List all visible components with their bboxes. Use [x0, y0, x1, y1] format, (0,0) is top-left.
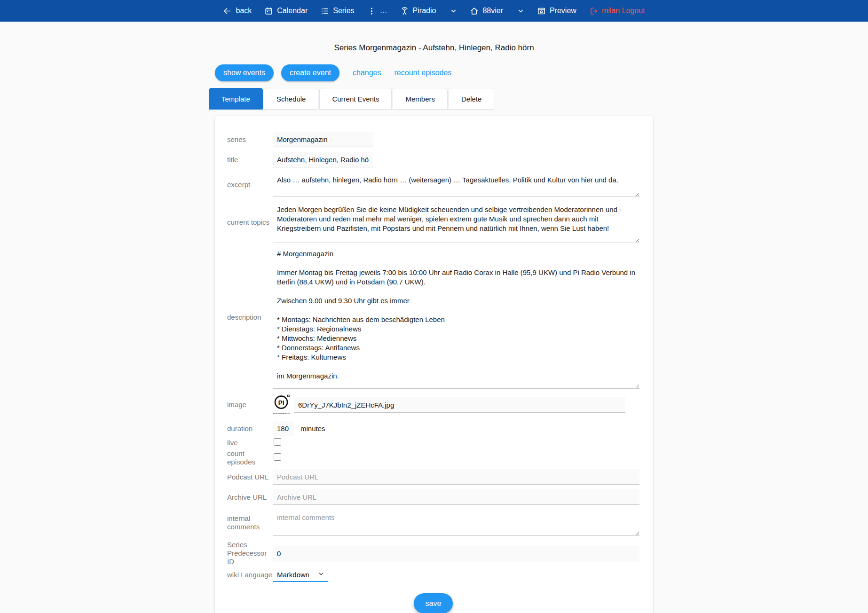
chevron-down-icon	[318, 571, 324, 579]
title-row: title	[227, 152, 639, 167]
podcast-url-label: Podcast URL	[227, 473, 273, 481]
excerpt-textarea[interactable]: Also … aufstehn, hinlegen, Radio hörn … …	[273, 172, 639, 197]
series-predecessor-input[interactable]	[273, 546, 639, 561]
tab-template[interactable]: Template	[209, 88, 263, 110]
save-button[interactable]: save	[414, 593, 453, 613]
save-row: save	[227, 593, 639, 613]
wiki-language-row: wiki Language Markdown	[227, 568, 639, 582]
changes-link[interactable]: changes	[353, 69, 381, 77]
chevron-down-icon[interactable]	[450, 8, 457, 15]
nav-calendar-label: Calendar	[277, 7, 308, 15]
nav-logout[interactable]: milan Logout	[589, 7, 645, 16]
description-label: description	[227, 313, 273, 322]
description-row: description # Morgenmagazin Immer Montag…	[227, 246, 639, 389]
series-logo-thumbnail: PI MORGENMAGAZIN	[273, 393, 290, 416]
dots-vertical-icon	[367, 7, 376, 16]
tab-schedule[interactable]: Schedule	[264, 88, 319, 110]
nav-series[interactable]: Series	[320, 7, 354, 16]
wiki-language-select[interactable]: Markdown	[273, 568, 328, 582]
nav-station[interactable]: 88vier	[470, 7, 524, 16]
calendar-icon	[264, 7, 273, 16]
tab-delete[interactable]: Delete	[449, 88, 494, 110]
wiki-language-value: Markdown	[277, 571, 309, 579]
arrow-left-icon	[223, 7, 232, 16]
nav-piradio[interactable]: Piradio	[400, 7, 458, 16]
current-topics-textarea[interactable]: Jeden Morgen begrüßen Sie die keine Müdi…	[273, 202, 639, 243]
preview-eye-icon	[537, 7, 546, 16]
image-row: image PI MORGENMAGAZIN	[227, 393, 639, 416]
live-label: live	[227, 439, 273, 447]
archive-url-row: Archive URL	[227, 489, 639, 505]
podcast-url-row: Podcast URL	[227, 469, 639, 485]
recount-episodes-link[interactable]: recount episodes	[395, 69, 452, 77]
internal-comments-row: internal comments	[227, 510, 639, 536]
internal-comments-label: internal comments	[227, 514, 273, 531]
list-icon	[320, 7, 329, 16]
page-title: Series Morgenmagazin - Aufstehn, Hinlege…	[0, 43, 868, 53]
top-navbar: back Calendar Series … Piradio 88vier Pr…	[0, 0, 868, 22]
actions-row: show events create event changes recount…	[215, 64, 653, 81]
archive-url-input[interactable]	[273, 489, 639, 505]
nav-more[interactable]: …	[367, 7, 387, 16]
series-label: series	[227, 135, 273, 144]
count-episodes-label: count episodes	[227, 449, 273, 466]
nav-station-label: 88vier	[482, 7, 503, 15]
tab-members[interactable]: Members	[393, 88, 448, 110]
nav-more-label: …	[380, 7, 387, 15]
current-topics-row: current topics Jeden Morgen begrüßen Sie…	[227, 202, 639, 243]
duration-suffix: minutes	[300, 424, 325, 432]
series-row: series	[227, 132, 639, 147]
duration-row: duration minutes	[227, 421, 639, 436]
nav-calendar[interactable]: Calendar	[264, 7, 308, 16]
nav-back-label: back	[236, 7, 252, 15]
internal-comments-textarea[interactable]	[273, 510, 639, 536]
tab-current-events[interactable]: Current Events	[319, 88, 392, 110]
count-episodes-checkbox[interactable]	[274, 453, 281, 461]
live-row: live	[227, 438, 639, 448]
image-label: image	[227, 401, 273, 409]
show-events-button[interactable]: show events	[215, 64, 274, 81]
nav-preview[interactable]: Preview	[537, 7, 576, 16]
nav-piradio-label: Piradio	[413, 7, 436, 15]
nav-logout-label: milan Logout	[602, 7, 645, 15]
nav-series-label: Series	[333, 7, 354, 15]
svg-text:MORGENMAGAZIN: MORGENMAGAZIN	[273, 412, 290, 415]
duration-input[interactable]	[273, 421, 294, 436]
title-label: title	[227, 156, 273, 164]
live-checkbox[interactable]	[274, 438, 281, 446]
chevron-down-icon[interactable]	[517, 8, 524, 15]
excerpt-row: excerpt Also … aufstehn, hinlegen, Radio…	[227, 172, 639, 197]
wiki-language-label: wiki Language	[227, 571, 273, 579]
description-textarea[interactable]: # Morgenmagazin Immer Montag bis Freitag…	[273, 246, 639, 389]
count-episodes-row: count episodes	[227, 449, 639, 466]
podcast-url-input[interactable]	[273, 469, 639, 485]
excerpt-label: excerpt	[227, 181, 273, 189]
template-form-card: series title excerpt Also … aufstehn, hi…	[215, 116, 653, 613]
series-predecessor-row: Series Predecessor ID	[227, 541, 639, 566]
current-topics-label: current topics	[227, 218, 273, 227]
image-filename-input[interactable]	[294, 397, 625, 413]
duration-label: duration	[227, 424, 273, 433]
logout-icon	[589, 7, 598, 16]
antenna-icon	[400, 7, 409, 16]
archive-url-label: Archive URL	[227, 493, 273, 502]
tab-bar: Template Schedule Current Events Members…	[209, 88, 653, 110]
nav-back[interactable]: back	[223, 7, 252, 16]
create-event-button[interactable]: create event	[281, 64, 339, 81]
series-predecessor-label: Series Predecessor ID	[227, 541, 273, 566]
svg-text:PI: PI	[278, 399, 284, 406]
title-input[interactable]	[273, 152, 373, 167]
nav-preview-label: Preview	[550, 7, 576, 15]
series-input[interactable]	[273, 132, 373, 147]
home-icon	[470, 7, 479, 16]
